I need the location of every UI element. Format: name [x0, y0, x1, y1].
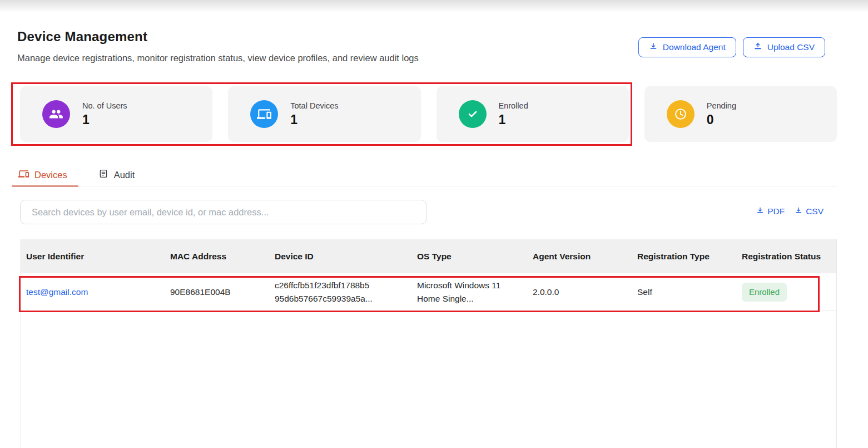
devices-icon: [250, 100, 278, 128]
download-icon: [795, 206, 802, 216]
table-header-row: User Identifier MAC Address Device ID OS…: [21, 239, 836, 273]
device-id-line1: c26ffcfb51f23dfbf1788b5: [275, 279, 411, 292]
upload-csv-button[interactable]: Upload CSV: [743, 37, 825, 57]
os-type-line1: Microsoft Windows 11: [417, 279, 527, 292]
column-header-os-type: OS Type: [411, 252, 527, 262]
export-pdf-link[interactable]: PDF: [756, 206, 785, 216]
cell-registration-status: Enrolled: [736, 283, 837, 302]
export-csv-label: CSV: [806, 206, 824, 216]
download-agent-button[interactable]: Download Agent: [638, 37, 736, 57]
column-header-agent-version: Agent Version: [527, 252, 632, 262]
cell-agent-version: 2.0.0.0: [527, 285, 632, 299]
page-subtitle: Manage device registrations, monitor reg…: [17, 53, 419, 63]
export-links: PDF CSV: [756, 206, 824, 216]
tab-audit[interactable]: Audit: [97, 161, 136, 186]
cell-os-type: Microsoft Windows 11 Home Single...: [411, 279, 527, 306]
audit-tab-icon: [98, 169, 108, 181]
upload-icon: [753, 42, 762, 53]
download-icon: [649, 42, 658, 53]
stat-card-pending: Pending 0: [644, 86, 837, 142]
column-header-registration-type: Registration Type: [632, 252, 736, 262]
status-badge: Enrolled: [742, 283, 787, 302]
stat-label: No. of Users: [82, 101, 127, 110]
os-type-line2: Home Single...: [417, 292, 527, 306]
device-id-line2: 95d6b57667c59939a5a...: [275, 292, 411, 306]
top-scroll-shadow: [0, 0, 868, 12]
stat-value: 1: [290, 112, 338, 127]
cell-registration-type: Self: [632, 285, 736, 299]
stat-card-enrolled: Enrolled 1: [437, 86, 629, 142]
search-input[interactable]: [20, 200, 426, 224]
stat-card-users: No. of Users 1: [20, 86, 212, 142]
column-header-user-identifier: User Identifier: [21, 252, 165, 262]
export-csv-link[interactable]: CSV: [795, 206, 824, 216]
stat-label: Enrolled: [499, 101, 528, 110]
check-circle-icon: [459, 100, 487, 128]
tab-devices[interactable]: Devices: [17, 161, 68, 186]
export-pdf-label: PDF: [767, 206, 785, 216]
stat-label: Pending: [707, 101, 736, 110]
stat-label: Total Devices: [290, 101, 338, 110]
table-row: test@gmail.com 90E8681E004B c26ffcfb51f2…: [21, 273, 836, 311]
cell-device-id: c26ffcfb51f23dfbf1788b5 95d6b57667c59939…: [269, 279, 411, 306]
active-tab-underline: [12, 185, 78, 188]
cell-mac-address: 90E8681E004B: [165, 285, 269, 299]
stat-card-total-devices: Total Devices 1: [228, 86, 420, 142]
stat-value: 1: [82, 112, 127, 127]
tab-audit-label: Audit: [114, 170, 135, 180]
devices-table: User Identifier MAC Address Device ID OS…: [20, 239, 837, 448]
header-actions: Download Agent Upload CSV: [638, 37, 825, 57]
clock-icon: [667, 100, 695, 128]
column-header-mac-address: MAC Address: [165, 252, 269, 262]
download-agent-label: Download Agent: [663, 42, 726, 52]
stats-row: No. of Users 1 Total Devices 1 Enrolled …: [20, 86, 837, 142]
stat-value: 0: [707, 112, 736, 127]
cell-user-identifier: test@gmail.com: [21, 285, 165, 299]
users-icon: [42, 100, 70, 128]
page-title: Device Management: [17, 29, 147, 45]
upload-csv-label: Upload CSV: [767, 42, 815, 52]
stat-value: 1: [499, 112, 528, 127]
column-header-device-id: Device ID: [269, 252, 411, 262]
column-header-registration-status: Registration Status: [736, 252, 837, 262]
devices-tab-icon: [18, 169, 29, 181]
tab-bar: Devices Audit: [17, 161, 837, 186]
user-email-link[interactable]: test@gmail.com: [26, 287, 88, 297]
tab-devices-label: Devices: [34, 170, 67, 180]
download-icon: [756, 206, 764, 216]
